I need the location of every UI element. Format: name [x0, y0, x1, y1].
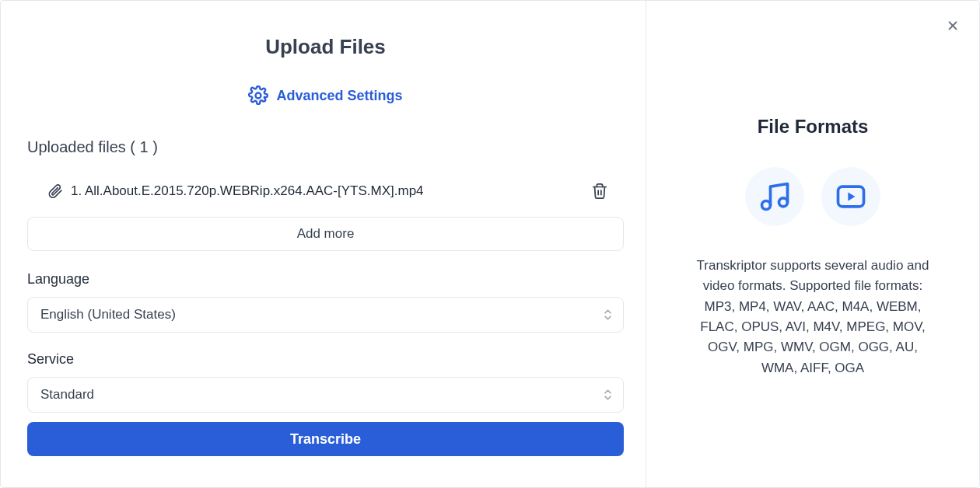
page-title: Upload Files: [19, 35, 632, 59]
service-value: Standard: [40, 387, 94, 403]
add-more-button[interactable]: Add more: [27, 217, 624, 251]
gear-icon: [248, 85, 268, 106]
advanced-settings-label: Advanced Settings: [276, 88, 402, 104]
upload-dialog: Upload Files Advanced Settings Uploaded …: [0, 0, 980, 488]
right-panel: File Formats Transkriptor supports sever…: [646, 1, 979, 487]
play-video-icon: [834, 180, 868, 214]
uploaded-file-row: 1. All.About.E.2015.720p.WEBRip.x264.AAC…: [19, 178, 632, 204]
uploaded-files-header: Uploaded files ( 1 ): [27, 138, 632, 156]
music-icon: [758, 180, 792, 214]
left-panel: Upload Files Advanced Settings Uploaded …: [1, 1, 646, 487]
transcribe-label: Transcribe: [290, 431, 361, 448]
transcribe-button[interactable]: Transcribe: [27, 422, 624, 456]
uploaded-file-name: 1. All.About.E.2015.720p.WEBRip.x264.AAC…: [71, 183, 583, 199]
advanced-settings-button[interactable]: Advanced Settings: [19, 85, 632, 106]
svg-point-6: [779, 198, 788, 207]
svg-point-5: [762, 201, 771, 210]
svg-marker-8: [848, 193, 855, 201]
close-icon: [946, 19, 960, 33]
chevron-updown-icon: [604, 389, 612, 401]
language-label: Language: [27, 271, 624, 288]
attachment-icon: [47, 183, 63, 199]
service-label: Service: [27, 351, 624, 368]
audio-format-icon: [745, 167, 804, 226]
delete-file-button[interactable]: [591, 183, 608, 200]
add-more-label: Add more: [297, 226, 355, 242]
svg-point-0: [256, 93, 261, 99]
video-format-icon: [821, 167, 880, 226]
language-value: English (United States): [40, 307, 176, 322]
service-select[interactable]: Standard: [27, 377, 624, 413]
chevron-updown-icon: [604, 309, 612, 321]
language-select[interactable]: English (United States): [27, 297, 624, 333]
format-icon-row: [745, 167, 880, 226]
close-button[interactable]: [943, 16, 962, 35]
file-formats-description: Transkriptor supports several audio and …: [688, 256, 937, 378]
file-formats-title: File Formats: [758, 116, 869, 138]
